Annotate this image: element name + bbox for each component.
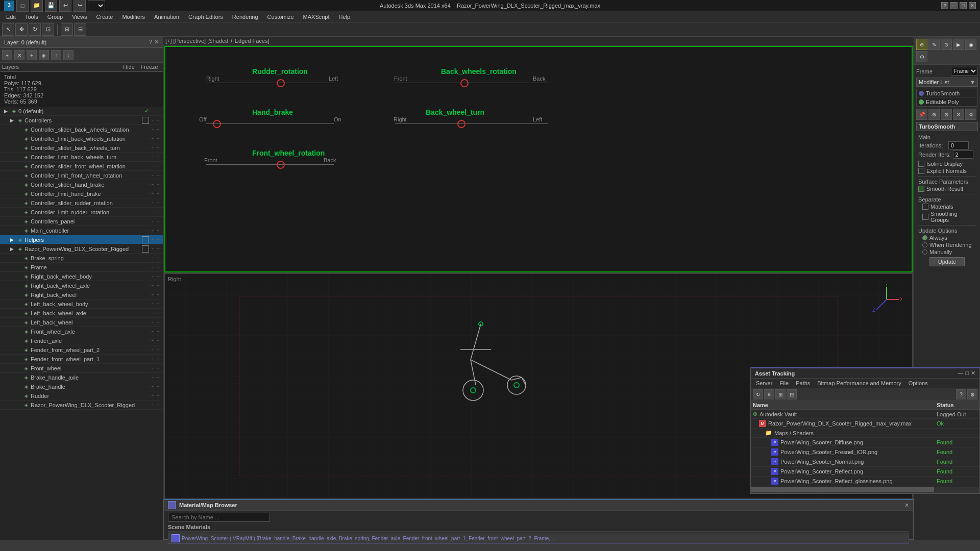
layer-item[interactable]: ▶◈Brake_handle_axle······	[0, 373, 163, 382]
menu-item-help[interactable]: Help	[335, 13, 355, 21]
menu-item-group[interactable]: Group	[43, 13, 67, 21]
select-btn[interactable]: ↖	[2, 23, 14, 36]
top-viewport[interactable]: Rudder_rotation Right Left Back_wheels_r…	[164, 46, 913, 272]
layer-box[interactable]	[142, 245, 149, 253]
layer-item[interactable]: ▶◈Controller_limit_back_wheels_turn·····…	[0, 153, 163, 162]
menu-item-maxscript[interactable]: MAXScript	[299, 13, 334, 21]
at-menu-options[interactable]: Options	[905, 380, 931, 387]
layer-item[interactable]: ▶◈Right_back_wheel······	[0, 290, 163, 299]
layer-item[interactable]: ▶◈Razor_PowerWing_DLX_Scooter_Rigged····…	[0, 244, 163, 254]
layer-item[interactable]: ▶◈Controller_limit_front_wheel_rotation·…	[0, 171, 163, 180]
layer-item[interactable]: ▶◈Helpers······	[0, 235, 163, 244]
scale-btn[interactable]: ⊡	[42, 23, 54, 36]
move-btn[interactable]: ✥	[15, 23, 28, 36]
motion-tab-btn[interactable]: ▶	[953, 39, 964, 50]
maximize-btn[interactable]: □	[960, 2, 967, 9]
snap-btn[interactable]: ⊞	[61, 23, 73, 36]
at-help-btn[interactable]: ?	[956, 389, 966, 399]
smooth-result-checkbox[interactable]	[918, 186, 924, 192]
layer-item[interactable]: ▶◈Controller_slider_back_wheels_turn····…	[0, 143, 163, 153]
menu-item-animation[interactable]: Animation	[150, 13, 183, 21]
iterations-input[interactable]	[948, 141, 969, 149]
always-radio[interactable]	[922, 235, 927, 240]
mat-browser-close[interactable]: ✕	[904, 502, 909, 509]
menu-item-views[interactable]: Views	[68, 13, 91, 21]
layer-item[interactable]: ▶◈0 (default)✓······	[0, 107, 163, 116]
menu-item-graph-editors[interactable]: Graph Editors	[184, 13, 227, 21]
at-table-row[interactable]: P PowerWing_Scooter_Normal.png Found	[751, 457, 979, 467]
layer-new-btn[interactable]: +	[2, 50, 12, 60]
explicit-normals-checkbox[interactable]	[918, 168, 924, 174]
minimize-btn[interactable]: —	[950, 2, 958, 9]
make-unique-btn[interactable]: ⊘	[941, 109, 952, 120]
layer-item[interactable]: ▶◈Right_back_wheel_body······	[0, 272, 163, 281]
at-menu-bitmap-performance-and-memory[interactable]: Bitmap Performance and Memory	[814, 380, 904, 387]
layer-item[interactable]: ▶◈Fender_front_wheel_part_2······	[0, 345, 163, 355]
at-table-row[interactable]: M Razor_PowerWing_DLX_Scooter_Rigged_max…	[751, 419, 979, 429]
at-minimize-btn[interactable]: —	[958, 370, 963, 377]
layer-item[interactable]: ▶◈Fender_axle······	[0, 336, 163, 345]
close-btn[interactable]: ✕	[969, 2, 976, 9]
layer-item[interactable]: ▶◈Controller_limit_rudder_rotation······	[0, 208, 163, 217]
menu-item-rendering[interactable]: Rendering	[228, 13, 262, 21]
menu-item-modifiers[interactable]: Modifiers	[118, 13, 149, 21]
frame-dropdown[interactable]: Frame	[951, 67, 978, 76]
manually-radio[interactable]	[922, 249, 927, 255]
layer-item[interactable]: ▶◈Frame······	[0, 263, 163, 272]
mirror-btn[interactable]: ⊟	[74, 23, 86, 36]
at-table-row[interactable]: P PowerWing_Scooter_Diffuse.png Found	[751, 438, 979, 447]
hierarchy-tab-btn[interactable]: ⊙	[941, 39, 952, 50]
at-restore-btn[interactable]: □	[965, 370, 969, 377]
undo-btn[interactable]: ↩	[59, 0, 71, 12]
render-iters-input[interactable]	[953, 151, 973, 159]
layer-item[interactable]: ▶◈Right_back_wheel_axle······	[0, 281, 163, 290]
pin-stack-btn[interactable]: 📌	[916, 109, 927, 120]
at-list-view-btn[interactable]: ≡	[764, 389, 774, 399]
layer-box[interactable]	[142, 236, 149, 243]
layer-close-btn[interactable]: ✕	[154, 39, 159, 45]
layer-item[interactable]: ▶◈Razor_PowerWing_DLX_Scooter_Rigged····…	[0, 400, 163, 410]
menu-item-create[interactable]: Create	[92, 13, 117, 21]
layer-item[interactable]: ▶◈Controller_limit_hand_brake······	[0, 189, 163, 198]
layer-item[interactable]: ▶◈Left_back_wheel······	[0, 318, 163, 327]
at-settings-btn[interactable]: ⚙	[967, 389, 977, 399]
turbosmooth-section-header[interactable]: TurboSmooth	[916, 122, 978, 131]
layer-item[interactable]: ▶◈Front_wheel······	[0, 364, 163, 373]
layer-item[interactable]: ▶◈Main_controller······	[0, 226, 163, 235]
at-table-row[interactable]: ⊛ Autodesk Vault Logged Out	[751, 410, 979, 419]
layer-item[interactable]: ▶◈Controller_slider_hand_brake······	[0, 180, 163, 189]
materials-checkbox[interactable]	[922, 204, 928, 210]
modify-tab-btn[interactable]: ✎	[928, 39, 940, 50]
at-close-btn[interactable]: ✕	[971, 370, 975, 377]
at-menu-file[interactable]: File	[776, 380, 792, 387]
at-detail-view-btn[interactable]: ⊞	[775, 389, 786, 399]
layer-item[interactable]: ▶◈Fender_front_wheel_part_1······	[0, 355, 163, 364]
redo-btn[interactable]: ↪	[74, 0, 86, 12]
at-table-view-btn[interactable]: ⊟	[787, 389, 797, 399]
layer-item[interactable]: ▶◈Controller_slider_front_wheel_rotation…	[0, 162, 163, 171]
display-tab-btn[interactable]: ◉	[965, 39, 976, 50]
remove-modifier-btn[interactable]: ✕	[953, 109, 964, 120]
layer-delete-btn[interactable]: ✕	[14, 50, 24, 60]
editable-poly-stack-item[interactable]: Editable Poly	[917, 98, 977, 106]
menu-item-customize[interactable]: Customize	[263, 13, 298, 21]
layer-item[interactable]: ▶◈Brake_spring······	[0, 254, 163, 263]
at-table-row[interactable]: P PowerWing_Scooter_Fresnel_IOR.png Foun…	[751, 447, 979, 457]
at-menu-server[interactable]: Server	[753, 380, 775, 387]
at-refresh-btn[interactable]: ↻	[753, 389, 763, 399]
update-btn[interactable]: Update	[929, 257, 965, 266]
layer-item[interactable]: ▶◈Left_back_wheel_axle······	[0, 309, 163, 318]
layer-select-btn[interactable]: ◈	[39, 50, 49, 60]
smoothing-groups-checkbox[interactable]	[922, 214, 928, 220]
isoline-checkbox[interactable]	[918, 161, 924, 167]
at-scroll-thumb[interactable]	[751, 487, 934, 492]
at-scrollbar[interactable]	[751, 487, 979, 493]
create-tab-btn[interactable]: ⊕	[916, 39, 927, 50]
at-table-row[interactable]: P PowerWing_Scooter_Reflect_glossiness.p…	[751, 477, 979, 486]
menu-item-tools[interactable]: Tools	[21, 13, 42, 21]
show-end-result-btn[interactable]: ⊗	[928, 109, 940, 120]
mat-entry[interactable]: PowerWing_Scooter ( VRayMtl ) [Brake_han…	[168, 533, 909, 544]
layer-item[interactable]: ▶◈Brake_handle······	[0, 382, 163, 391]
new-btn[interactable]: □	[16, 0, 29, 12]
configure-btn[interactable]: ⚙	[965, 109, 976, 120]
